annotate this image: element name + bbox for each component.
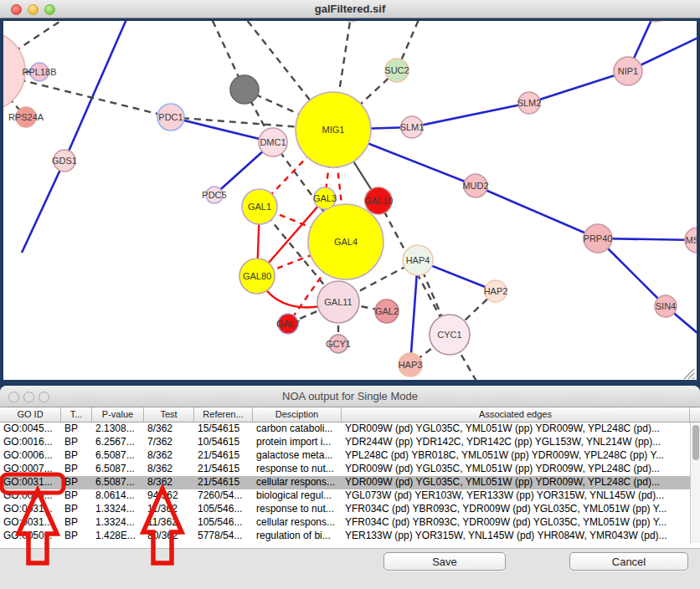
table-cell[interactable]: 21/54615	[194, 463, 253, 476]
table-cell[interactable]: YDR009W (pd) YGL035C, YML051W (pp) YDR00…	[342, 423, 690, 436]
column-header-associated-edges[interactable]: Associated edges	[342, 407, 690, 422]
table-cell[interactable]: 6.5087...	[92, 449, 144, 463]
table-cell[interactable]: BP	[61, 530, 92, 543]
table-row[interactable]: GO:0031...BP1.3324...11/362105/546...cel…	[0, 516, 690, 530]
table-cell[interactable]: YDR009W (pd) YGL035C, YML051W (pp) YDR00…	[342, 476, 690, 489]
table-cell[interactable]: GO:0007...	[0, 463, 61, 476]
table-cell[interactable]: GO:0031...	[0, 476, 61, 489]
table-cell[interactable]: BP	[61, 476, 92, 489]
table-row[interactable]: GO:0031...BP6.5087...8/36221/54615cellul…	[0, 476, 690, 489]
table-row[interactable]: GO:0050...BP1.428E...80/3625778/54...reg…	[0, 530, 690, 543]
table-cell[interactable]: 8/362	[144, 463, 194, 476]
cancel-button[interactable]: Cancel	[569, 552, 688, 571]
table-cell[interactable]: YGL073W (pd) YER103W, YER133W (pp) YOR31…	[342, 489, 690, 503]
table-cell[interactable]: YDR244W (pp) YDR142C, YDR142C (pp) YGL15…	[342, 436, 690, 449]
table-cell[interactable]: 11/362	[144, 503, 194, 516]
table-cell[interactable]: BP	[61, 489, 92, 503]
table-cell[interactable]: cellular respons...	[253, 476, 342, 489]
table-cell[interactable]: YFR034C (pd) YBR093C, YDR009W (pd) YGL03…	[342, 503, 690, 516]
table-cell[interactable]: 6.2567...	[92, 436, 144, 449]
table-cell[interactable]: 21/54615	[194, 476, 253, 489]
table-cell[interactable]: 105/546...	[194, 503, 253, 516]
table-cell[interactable]: cellular respons...	[253, 516, 342, 530]
edge-slm2-nip1[interactable]	[529, 71, 628, 103]
table-cell[interactable]: YDR009W (pd) YGL035C, YML051W (pp) YDR00…	[342, 463, 690, 476]
table-cell[interactable]: regulation of bi...	[253, 530, 342, 543]
table-cell[interactable]: YFR034C (pd) YBR093C, YDR009W (pd) YGL03…	[342, 516, 690, 530]
table-cell[interactable]: protein import i...	[253, 436, 342, 449]
column-header-t-[interactable]: T...	[61, 407, 92, 422]
table-cell[interactable]: 7/362	[144, 436, 194, 449]
table-cell[interactable]: 2.1308...	[92, 423, 144, 436]
table-cell[interactable]: 6.5087...	[92, 476, 144, 489]
network-canvas[interactable]: RPL18BRPS24AGDS1PDC1DMC1MIG1SUC2SLM1SLM2…	[3, 21, 697, 380]
table-cell[interactable]: BP	[61, 436, 92, 449]
column-header-referen-[interactable]: Referen...	[194, 407, 253, 422]
table-row[interactable]: GO:0007...BP6.5087...8/36221/54615respon…	[0, 463, 690, 476]
table-cell[interactable]: 80/362	[144, 530, 194, 543]
graph-window-titlebar[interactable]: galFiltered.sif	[0, 0, 700, 18]
table-row[interactable]: GO:0016...BP6.2567...7/36210/54615protei…	[0, 436, 690, 449]
network-graph[interactable]: RPL18BRPS24AGDS1PDC1DMC1MIG1SUC2SLM1SLM2…	[3, 21, 697, 380]
table-cell[interactable]: 8/362	[144, 449, 194, 463]
table-cell[interactable]: 21/54615	[194, 449, 253, 463]
table-cell[interactable]: 8/362	[144, 423, 194, 436]
table-cell[interactable]: BP	[61, 423, 92, 436]
scrollbar-thumb[interactable]	[692, 425, 699, 460]
node-label-nip1: NIP1	[618, 66, 638, 76]
table-cell[interactable]: response to nut...	[253, 503, 342, 516]
table-cell[interactable]: BP	[61, 516, 92, 530]
table-cell[interactable]: 10/54615	[194, 436, 253, 449]
column-header-desciption[interactable]: Desciption	[253, 407, 342, 422]
table-cell[interactable]: GO:0031...	[0, 503, 61, 516]
table-cell[interactable]: galactose meta...	[253, 449, 342, 463]
table-cell[interactable]: YPL248C (pd) YBR018C, YML051W (pp) YDR00…	[342, 449, 690, 463]
table-cell[interactable]: response to nut...	[253, 463, 342, 476]
save-button[interactable]: Save	[383, 552, 506, 571]
table-cell[interactable]: GO:0031...	[0, 516, 61, 530]
noa-titlebar[interactable]: NOA output for Single Mode	[0, 386, 700, 407]
column-header-p-value[interactable]: P-value	[92, 407, 144, 422]
node-label-dmc1: DMC1	[260, 137, 286, 147]
table-cell[interactable]: 1.3324...	[92, 516, 144, 530]
table-cell[interactable]: BP	[61, 449, 92, 463]
node-darknode[interactable]	[230, 75, 259, 104]
table-cell[interactable]: 8/362	[144, 476, 194, 489]
edge-gds1-x[interactable]	[22, 161, 64, 253]
edge-slm1-slm2[interactable]	[412, 103, 529, 127]
column-header-test[interactable]: Test	[144, 407, 194, 422]
table-cell[interactable]: 15/54615	[194, 423, 253, 436]
table-cell[interactable]: 94/362	[144, 489, 194, 503]
table-cell[interactable]: GO:0065...	[0, 489, 61, 503]
table-cell[interactable]: GO:0050...	[0, 530, 61, 543]
table-cell[interactable]: 1.428E...	[92, 530, 144, 543]
table-cell[interactable]: 1.3324...	[92, 503, 144, 516]
table-cell[interactable]: GO:0016...	[0, 436, 61, 449]
column-header-go-id[interactable]: GO ID	[0, 407, 61, 422]
table-row[interactable]: GO:0031...BP1.3324...11/362105/546...res…	[0, 503, 690, 516]
table-cell[interactable]: GO:0045...	[0, 423, 61, 436]
table-body[interactable]: GO:0045...BP2.1308...8/36215/54615carbon…	[0, 423, 690, 543]
table-header-row[interactable]: GO IDT...P-valueTestReferen...Desciption…	[0, 407, 700, 423]
table-cell[interactable]: YER133W (pp) YOR315W, YNL145W (pd) YHR08…	[342, 530, 690, 543]
table-cell[interactable]: biological regul...	[253, 489, 342, 503]
vertical-scrollbar[interactable]	[690, 423, 700, 543]
table-cell[interactable]: GO:0006...	[0, 449, 61, 463]
table-row[interactable]: GO:0065...BP8.0614...94/3627260/54...bio…	[0, 489, 690, 503]
table-row[interactable]: GO:0006...BP6.5087...8/36221/54615galact…	[0, 449, 690, 463]
table-cell[interactable]: 5778/54...	[194, 530, 253, 543]
table-row[interactable]: GO:0045...BP2.1308...8/36215/54615carbon…	[0, 423, 690, 436]
table-cell[interactable]: BP	[61, 463, 92, 476]
table-cell[interactable]: 7260/54...	[194, 489, 253, 503]
table-cell[interactable]: BP	[61, 503, 92, 516]
node-toppink[interactable]	[645, 21, 667, 22]
node-topgreen[interactable]	[341, 21, 363, 22]
table-cell[interactable]: 105/546...	[194, 516, 253, 530]
table-cell[interactable]: 11/362	[144, 516, 194, 530]
edge-x-gds1[interactable]	[64, 21, 130, 161]
table-cell[interactable]: 8.0614...	[92, 489, 144, 503]
table-cell[interactable]: carbon cataboli...	[253, 423, 342, 436]
table-cell[interactable]: 6.5087...	[92, 463, 144, 476]
resize-grip-icon[interactable]	[684, 369, 694, 379]
edge-mud2-prp40[interactable]	[476, 186, 598, 238]
